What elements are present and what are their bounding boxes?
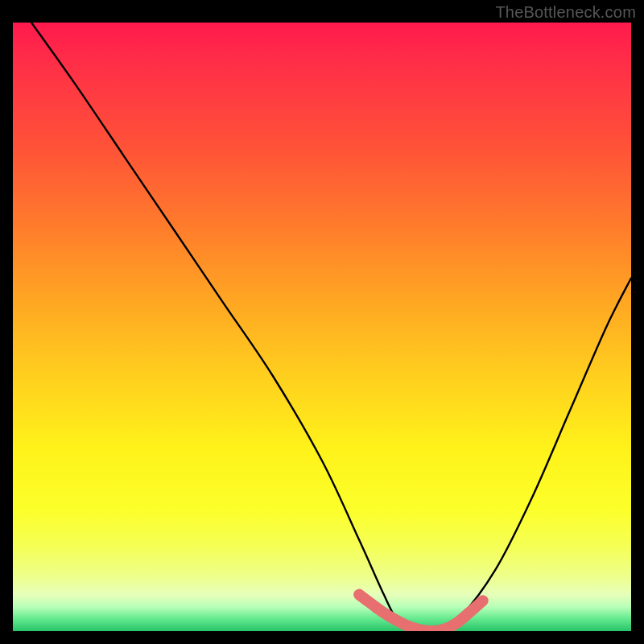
chart-plot-area <box>13 23 631 631</box>
watermark-text: TheBottleneck.com <box>495 3 636 22</box>
chart-line-black-curve <box>31 23 631 631</box>
chart-stage: TheBottleneck.com <box>0 0 644 644</box>
chart-line-pink-overlay <box>359 595 483 631</box>
chart-lines-layer <box>13 23 631 631</box>
